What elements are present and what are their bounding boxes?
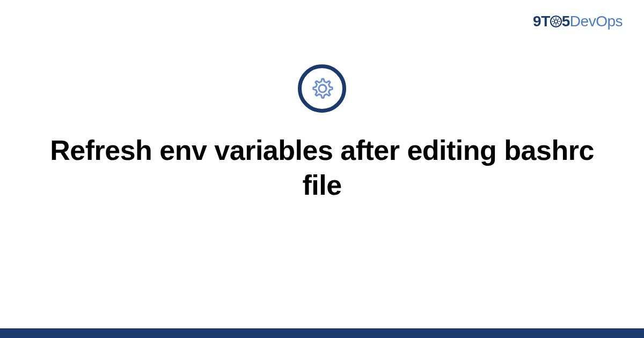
brand-logo: 9T 5DevOps <box>533 13 623 30</box>
svg-line-8 <box>553 23 554 24</box>
svg-point-1 <box>554 19 558 23</box>
page-title: Refresh env variables after editing bash… <box>32 133 612 203</box>
brand-text-9t: 9T <box>533 13 550 30</box>
brand-text-5: 5 <box>562 13 570 30</box>
svg-line-6 <box>553 18 554 19</box>
main-content: Refresh env variables after editing bash… <box>0 64 644 203</box>
gear-icon-circle <box>298 64 346 113</box>
svg-line-7 <box>558 23 559 24</box>
footer-accent-bar <box>0 328 644 338</box>
brand-text-dev: Dev <box>570 13 596 30</box>
brand-text-ops: Ops <box>596 13 623 30</box>
svg-line-9 <box>558 18 559 19</box>
brand-gear-icon <box>550 15 562 28</box>
gear-icon <box>308 75 336 102</box>
